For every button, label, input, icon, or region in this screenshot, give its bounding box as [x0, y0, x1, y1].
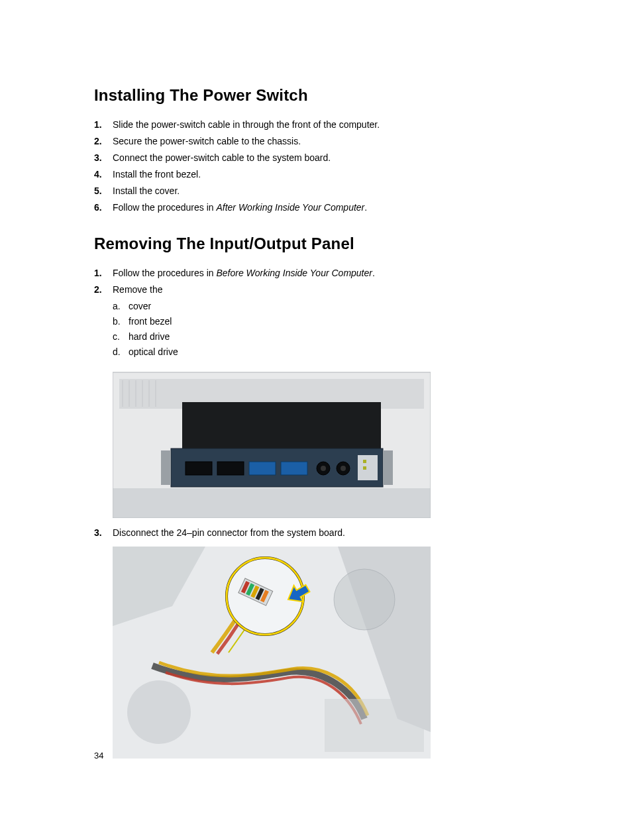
step-text: Secure the power-switch cable to the cha…	[113, 134, 579, 148]
sublist-item: c. hard drive	[113, 330, 579, 344]
list-item: 4. Install the front bezel.	[94, 168, 579, 182]
svg-rect-9	[182, 402, 381, 448]
sublist-item: d. optical drive	[113, 345, 579, 359]
svg-rect-25	[113, 488, 431, 518]
svg-rect-22	[358, 455, 378, 480]
connector-figure	[113, 547, 431, 759]
list-item: 3. Connect the power-switch cable to the…	[94, 151, 579, 165]
list-item: 2. Secure the power-switch cable to the …	[94, 134, 579, 148]
sub-letter: d.	[113, 345, 129, 359]
list-item: 2. Remove the	[94, 283, 579, 297]
list-item: 5. Install the cover.	[94, 184, 579, 198]
sub-letter: a.	[113, 299, 129, 313]
svg-rect-24	[363, 466, 366, 470]
step-number: 1.	[94, 118, 113, 132]
svg-rect-17	[281, 462, 307, 475]
sub-letter: c.	[113, 330, 129, 344]
sub-text: cover	[129, 299, 151, 313]
step-text: Follow the procedures in After Working I…	[113, 201, 579, 215]
step-number: 3.	[94, 151, 113, 165]
sub-text: optical drive	[129, 345, 178, 359]
list-item: 1. Slide the power-switch cable in throu…	[94, 118, 579, 132]
svg-rect-16	[249, 462, 276, 475]
svg-rect-13	[383, 450, 393, 485]
svg-point-31	[127, 680, 191, 744]
step-text: Slide the power-switch cable in through …	[113, 118, 579, 132]
sublist-item: b. front bezel	[113, 315, 579, 329]
step-number: 2.	[94, 134, 113, 148]
list-item: 1. Follow the procedures in Before Worki…	[94, 266, 579, 280]
sub-text: hard drive	[129, 330, 170, 344]
list-item: 3. Disconnect the 24–pin connector from …	[94, 526, 579, 540]
svg-rect-12	[161, 450, 171, 485]
step-number: 3.	[94, 526, 113, 540]
sub-text: front bezel	[129, 315, 172, 329]
step-text: Follow the procedures in Before Working …	[113, 266, 579, 280]
svg-point-19	[321, 466, 326, 471]
step-number: 5.	[94, 184, 113, 198]
svg-rect-23	[363, 460, 366, 463]
step-text: Install the cover.	[113, 184, 579, 198]
step-text: Disconnect the 24–pin connector from the…	[113, 526, 579, 540]
section-heading-2: Removing The Input/Output Panel	[94, 235, 579, 253]
sublist-item: a. cover	[113, 299, 579, 313]
list-item: 6. Follow the procedures in After Workin…	[94, 201, 579, 215]
svg-rect-15	[217, 462, 244, 475]
step-text: Connect the power-switch cable to the sy…	[113, 151, 579, 165]
svg-point-21	[341, 466, 346, 471]
step-number: 4.	[94, 168, 113, 182]
install-steps-list: 1. Slide the power-switch cable in throu…	[94, 118, 579, 215]
remove-steps-list: 1. Follow the procedures in Before Worki…	[94, 266, 579, 759]
sub-letter: b.	[113, 315, 129, 329]
svg-rect-41	[325, 699, 424, 752]
step-text: Install the front bezel.	[113, 168, 579, 182]
sublist: a. cover b. front bezel c. hard drive d.…	[113, 299, 579, 359]
step-number: 2.	[94, 283, 113, 297]
section-heading-1: Installing The Power Switch	[94, 86, 579, 105]
step-text: Remove the	[113, 283, 579, 297]
svg-rect-14	[185, 462, 212, 475]
io-panel-figure	[113, 366, 431, 518]
step-number: 1.	[94, 266, 113, 280]
step-number: 6.	[94, 201, 113, 215]
page-number: 34	[94, 751, 103, 761]
